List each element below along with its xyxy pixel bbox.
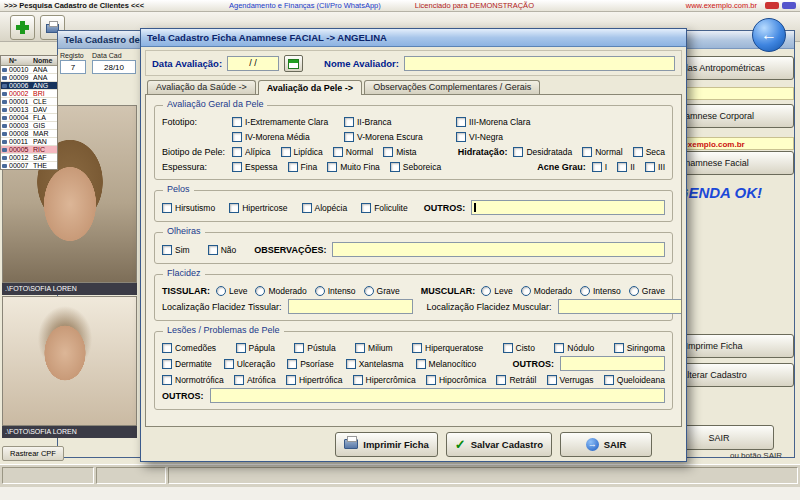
dialog-titlebar[interactable]: Tela Cadastro Ficha Anamnese FACIAL -> A… <box>141 29 686 47</box>
radio-leve[interactable]: Leve <box>216 286 247 296</box>
checkbox-p-stula[interactable]: Pústula <box>294 343 335 353</box>
checkbox-seboreica[interactable]: Seboreica <box>390 162 441 172</box>
client-row-00003[interactable]: 00003GIS <box>1 122 57 130</box>
checkbox-box[interactable] <box>232 117 242 127</box>
tab-observacoes-gerais[interactable]: Observações Complementares / Gerais <box>364 80 540 94</box>
checkbox-i-extremamente-clara[interactable]: I-Extremamente Clara <box>232 117 344 127</box>
checkbox-box[interactable] <box>234 375 244 385</box>
checkbox-melanoc-tico[interactable]: Melanocítico <box>416 359 477 369</box>
checkbox-box[interactable] <box>162 203 172 213</box>
checkbox-box[interactable] <box>232 162 242 172</box>
checkbox-box[interactable] <box>353 375 363 385</box>
checkbox-psor-ase[interactable]: Psoríase <box>287 359 334 369</box>
checkbox-box[interactable] <box>288 162 298 172</box>
checkbox-hirsutismo[interactable]: Hirsutismo <box>162 203 215 213</box>
close-icon[interactable] <box>765 2 779 9</box>
checkbox-v-morena-escura[interactable]: V-Morena Escura <box>344 132 456 142</box>
checkbox-ulcera-o[interactable]: Ulceração <box>224 359 275 369</box>
checkbox-ii-branca[interactable]: II-Branca <box>344 117 456 127</box>
checkbox-normal[interactable]: Normal <box>582 147 622 157</box>
checkbox-box[interactable] <box>416 359 426 369</box>
radio-moderado[interactable]: Moderado <box>521 286 572 296</box>
checkbox-box[interactable] <box>294 343 304 353</box>
checkbox-hipertr-fica[interactable]: Hipertrófica <box>286 375 342 385</box>
radio-box[interactable] <box>255 286 265 296</box>
checkbox-box[interactable] <box>383 147 393 157</box>
client-row-00007[interactable]: 00007THE <box>1 162 57 170</box>
checkbox-box[interactable] <box>592 162 602 172</box>
radio-box[interactable] <box>216 286 226 296</box>
checkbox-box[interactable] <box>645 162 655 172</box>
imprimir-ficha-button[interactable]: Imprimir Ficha <box>335 432 437 457</box>
checkbox-lip-dica[interactable]: Lipídica <box>281 147 323 157</box>
checkbox-box[interactable] <box>503 343 513 353</box>
nome-avaliador-input[interactable] <box>404 56 675 71</box>
checkbox-box[interactable] <box>390 162 400 172</box>
client-row-00002[interactable]: 00002BRI <box>1 90 57 98</box>
client-row-00013[interactable]: 00013DAV <box>1 106 57 114</box>
checkbox-box[interactable] <box>456 117 466 127</box>
checkbox-box[interactable] <box>617 162 627 172</box>
checkbox-atr-fica[interactable]: Atrófica <box>234 375 276 385</box>
data-avaliacao-input[interactable] <box>227 56 279 71</box>
checkbox-box[interactable] <box>162 343 172 353</box>
rastrear-cpf-button[interactable]: Rastrear CPF <box>2 446 64 461</box>
radio-box[interactable] <box>580 286 590 296</box>
radio-box[interactable] <box>315 286 325 296</box>
client-row-00005[interactable]: 00005RIC <box>1 146 57 154</box>
calendar-button[interactable] <box>284 55 303 72</box>
loc-flacidez-muscular-input[interactable] <box>558 299 682 314</box>
client-row-00006[interactable]: 00006ANG <box>1 82 57 90</box>
client-row-00012[interactable]: 00012SAF <box>1 154 57 162</box>
radio-intenso[interactable]: Intenso <box>315 286 356 296</box>
tab-avaliacao-pele[interactable]: Avaliação da Pele -> <box>258 80 362 95</box>
lesoes-outros-input-1[interactable] <box>560 356 665 371</box>
loc-flacidez-tissular-input[interactable] <box>288 299 413 314</box>
checkbox-iii[interactable]: III <box>645 162 665 172</box>
checkbox-seca[interactable]: Seca <box>633 147 665 157</box>
checkbox-box[interactable] <box>302 203 312 213</box>
add-client-button[interactable] <box>10 15 35 40</box>
checkbox-box[interactable] <box>344 117 354 127</box>
checkbox-box[interactable] <box>333 147 343 157</box>
client-row-00009[interactable]: 00009ANA <box>1 74 57 82</box>
checkbox-n-dulo[interactable]: Nódulo <box>554 343 594 353</box>
checkbox-vi-negra[interactable]: VI-Negra <box>456 132 568 142</box>
checkbox-box[interactable] <box>162 375 172 385</box>
checkbox-iv-morena-m-dia[interactable]: IV-Morena Média <box>232 132 344 142</box>
checkbox-sim[interactable]: Sim <box>162 245 190 255</box>
checkbox-box[interactable] <box>162 359 172 369</box>
back-button[interactable] <box>752 18 786 52</box>
checkbox-box[interactable] <box>236 343 246 353</box>
checkbox-retr-til[interactable]: Retrátil <box>496 375 536 385</box>
radio-grave[interactable]: Grave <box>629 286 665 296</box>
checkbox-foliculite[interactable]: Foliculite <box>361 203 408 213</box>
checkbox-box[interactable] <box>232 147 242 157</box>
checkbox-hipertricose[interactable]: Hipertricose <box>229 203 287 213</box>
olheiras-observacoes-input[interactable] <box>332 242 665 257</box>
checkbox-hipocr-mica[interactable]: Hipocrômica <box>426 375 486 385</box>
client-row-00011[interactable]: 00011PAN <box>1 138 57 146</box>
radio-box[interactable] <box>364 286 374 296</box>
client-row-00008[interactable]: 00008MAR <box>1 130 57 138</box>
checkbox-cisto[interactable]: Cisto <box>503 343 535 353</box>
checkbox-box[interactable] <box>582 147 592 157</box>
checkbox-mista[interactable]: Mista <box>383 147 416 157</box>
checkbox-comed-es[interactable]: Comedões <box>162 343 216 353</box>
checkbox-box[interactable] <box>547 375 557 385</box>
checkbox-box[interactable] <box>224 359 234 369</box>
checkbox-fina[interactable]: Fina <box>288 162 318 172</box>
radio-moderado[interactable]: Moderado <box>255 286 306 296</box>
checkbox-siringoma[interactable]: Siringoma <box>614 343 665 353</box>
checkbox-xantelasma[interactable]: Xantelasma <box>346 359 404 369</box>
radio-intenso[interactable]: Intenso <box>580 286 621 296</box>
checkbox-verrugas[interactable]: Verrugas <box>547 375 594 385</box>
checkbox-p-pula[interactable]: Pápula <box>236 343 275 353</box>
checkbox-box[interactable] <box>604 375 614 385</box>
client-row-00010[interactable]: 00010ANA <box>1 66 57 74</box>
checkbox-normal[interactable]: Normal <box>333 147 373 157</box>
radio-box[interactable] <box>629 286 639 296</box>
checkbox-hiperqueratose[interactable]: Hiperqueratose <box>412 343 483 353</box>
maximize-icon[interactable] <box>782 2 796 9</box>
checkbox-box[interactable] <box>208 245 218 255</box>
